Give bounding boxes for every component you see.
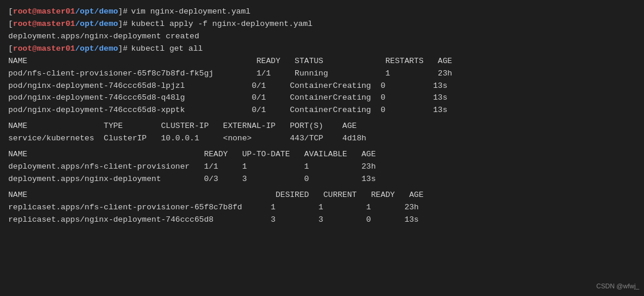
prompt-root: root bbox=[13, 6, 32, 18]
output-line: service/kubernetes ClusterIP 10.0.0.1 <n… bbox=[8, 133, 636, 145]
prompt-line: [root@master01 /opt/demo]# kubectl get a… bbox=[8, 43, 636, 55]
output-line: NAME DESIRED CURRENT READY AGE bbox=[8, 189, 636, 202]
prompt-at: @ bbox=[32, 43, 37, 55]
output-line: NAME READY STATUS RESTARTS AGE bbox=[8, 55, 636, 68]
prompt-host: master01 bbox=[37, 18, 75, 31]
prompt-hash: # bbox=[123, 18, 127, 31]
prompt-path: /opt/demo bbox=[75, 18, 118, 31]
bracket-close: ] bbox=[118, 43, 123, 55]
prompt-line: [root@master01 /opt/demo]# kubectl apply… bbox=[8, 18, 636, 31]
prompt-host: master01 bbox=[37, 43, 75, 55]
prompt-line: [root@master01 /opt/demo]# vim nginx-dep… bbox=[8, 6, 636, 18]
prompt-cmd: kubectl apply -f nginx-deployment.yaml bbox=[131, 18, 313, 31]
bracket-close: ] bbox=[118, 18, 123, 31]
prompt-host: master01 bbox=[37, 6, 75, 18]
output-line: deployment.apps/nfs-client-provisioner 1… bbox=[8, 161, 636, 173]
output-line: NAME READY UP-TO-DATE AVAILABLE AGE bbox=[8, 149, 636, 161]
output-line: NAME TYPE CLUSTER-IP EXTERNAL-IP PORT(S)… bbox=[8, 120, 636, 133]
bracket-open: [ bbox=[8, 6, 13, 18]
prompt-at: @ bbox=[32, 6, 37, 18]
output-line: replicaset.apps/nginx-deployment-746ccc6… bbox=[8, 214, 636, 226]
prompt-at: @ bbox=[32, 18, 37, 31]
prompt-hash: # bbox=[123, 43, 127, 55]
bracket-close: ] bbox=[118, 6, 123, 18]
bracket-open: [ bbox=[8, 18, 13, 31]
output-line: replicaset.apps/nfs-client-provisioner-6… bbox=[8, 202, 636, 214]
output-line: deployment.apps/nginx-deployment 0/3 3 0… bbox=[8, 173, 636, 186]
prompt-cmd: kubectl get all bbox=[131, 43, 203, 55]
prompt-path: /opt/demo bbox=[75, 6, 118, 18]
bracket-open: [ bbox=[8, 43, 13, 55]
output-line: pod/nginx-deployment-746ccc65d8-q48lg 0/… bbox=[8, 92, 636, 104]
output-line: pod/nfs-client-provisioner-65f8c7b8fd-fk… bbox=[8, 68, 636, 80]
prompt-root: root bbox=[13, 18, 32, 31]
output-line: pod/nginx-deployment-746ccc65d8-lpjzl 0/… bbox=[8, 80, 636, 93]
output-line: deployment.apps/nginx-deployment created bbox=[8, 31, 636, 43]
prompt-root: root bbox=[13, 43, 32, 55]
prompt-path: /opt/demo bbox=[75, 43, 118, 55]
csdn-watermark: CSDN @wfwj_ bbox=[596, 281, 639, 291]
prompt-hash: # bbox=[123, 6, 127, 18]
terminal-container: [root@master01 /opt/demo]# vim nginx-dep… bbox=[8, 6, 636, 226]
prompt-cmd: vim nginx-deployment.yaml bbox=[131, 6, 251, 18]
output-line: pod/nginx-deployment-746ccc65d8-xpptk 0/… bbox=[8, 104, 636, 117]
